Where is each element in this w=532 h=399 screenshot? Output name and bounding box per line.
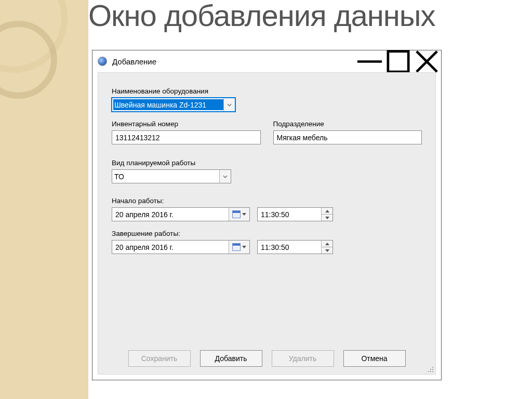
row-inv-dep: Инвентарный номер 13112413212 Подразделе… (112, 120, 422, 153)
svg-point-15 (432, 371, 433, 372)
time-end-value: 11:30:50 (258, 243, 321, 251)
spinner-down-icon[interactable] (322, 214, 332, 221)
svg-marker-6 (325, 217, 329, 219)
calendar-dropdown-button[interactable] (229, 241, 249, 254)
date-end[interactable]: 20 апреля 2016 г. (112, 240, 250, 254)
spinner[interactable] (321, 208, 332, 221)
cancel-button[interactable]: Отмена (343, 350, 406, 367)
calendar-icon (232, 243, 241, 251)
date-start-value: 20 апреля 2016 г. (112, 210, 229, 219)
date-start[interactable]: 20 апреля 2016 г. (112, 207, 250, 221)
close-button[interactable] (413, 50, 441, 72)
combo-worktype-value: ТО (112, 172, 219, 181)
calendar-icon (232, 210, 241, 218)
input-department[interactable]: Мягкая мебель (273, 130, 422, 144)
save-button[interactable]: Сохранить (128, 350, 191, 367)
combo-equipment-value: Швейная машинка Zd-1231 (113, 99, 223, 110)
chevron-down-icon (242, 213, 246, 216)
svg-marker-5 (325, 210, 329, 212)
spinner-down-icon[interactable] (322, 247, 332, 254)
spinner-up-icon[interactable] (322, 241, 332, 247)
svg-point-12 (432, 369, 433, 370)
label-end: Завершение работы: (112, 230, 422, 237)
chevron-down-icon[interactable] (219, 170, 231, 183)
field-department: Подразделение Мягкая мебель (273, 120, 422, 144)
input-inventory[interactable]: 13112413212 (112, 130, 261, 144)
time-start-value: 11:30:50 (258, 210, 321, 219)
spinner-up-icon[interactable] (322, 208, 332, 214)
combo-equipment[interactable]: Швейная машинка Zd-1231 (112, 98, 235, 112)
svg-marker-7 (242, 246, 246, 248)
svg-point-10 (432, 367, 433, 368)
button-row: Сохранить Добавить Удалить Отмена (98, 350, 435, 367)
svg-marker-8 (325, 243, 329, 245)
label-worktype: Вид планируемой работы (112, 159, 422, 167)
client-area: Наименование оборудования Швейная машинк… (98, 72, 436, 375)
field-equipment: Наименование оборудования Швейная машинк… (112, 87, 422, 112)
maximize-button[interactable] (384, 50, 413, 72)
minimize-button[interactable] (355, 50, 384, 72)
chevron-down-icon (242, 246, 246, 248)
time-start[interactable]: 11:30:50 (257, 207, 333, 221)
svg-marker-9 (325, 249, 329, 252)
chevron-down-icon[interactable] (223, 98, 235, 111)
combo-worktype[interactable]: ТО (112, 169, 231, 183)
spinner[interactable] (321, 241, 332, 254)
label-department: Подразделение (273, 120, 422, 128)
svg-point-14 (430, 371, 431, 372)
slide-title: Окно добавления данных (88, 0, 435, 32)
date-end-value: 20 апреля 2016 г. (112, 243, 229, 251)
input-inventory-value: 13112413212 (115, 134, 160, 142)
field-worktype: Вид планируемой работы ТО (112, 159, 422, 183)
delete-button[interactable]: Удалить (272, 350, 334, 367)
calendar-dropdown-button[interactable] (229, 208, 249, 221)
svg-marker-4 (242, 213, 246, 216)
svg-point-13 (428, 371, 429, 372)
label-equipment: Наименование оборудования (112, 87, 422, 95)
add-button[interactable]: Добавить (200, 350, 262, 367)
svg-rect-1 (388, 51, 408, 71)
svg-point-11 (430, 369, 431, 370)
label-inventory: Инвентарный номер (112, 120, 261, 128)
size-grip-icon[interactable] (426, 365, 434, 373)
dialog-window: Добавление Наименование оборудования Шве… (92, 50, 442, 380)
field-inventory: Инвентарный номер 13112413212 (112, 120, 261, 144)
time-end[interactable]: 11:30:50 (257, 240, 333, 254)
label-start: Начало работы: (112, 197, 422, 205)
window-title: Добавление (112, 57, 355, 66)
titlebar[interactable]: Добавление (92, 50, 441, 72)
field-end: Завершение работы: 20 апреля 2016 г. 11:… (112, 230, 422, 254)
app-icon (98, 57, 107, 66)
field-start: Начало работы: 20 апреля 2016 г. 11:30:5… (112, 197, 422, 221)
input-department-value: Мягкая мебель (277, 134, 328, 142)
